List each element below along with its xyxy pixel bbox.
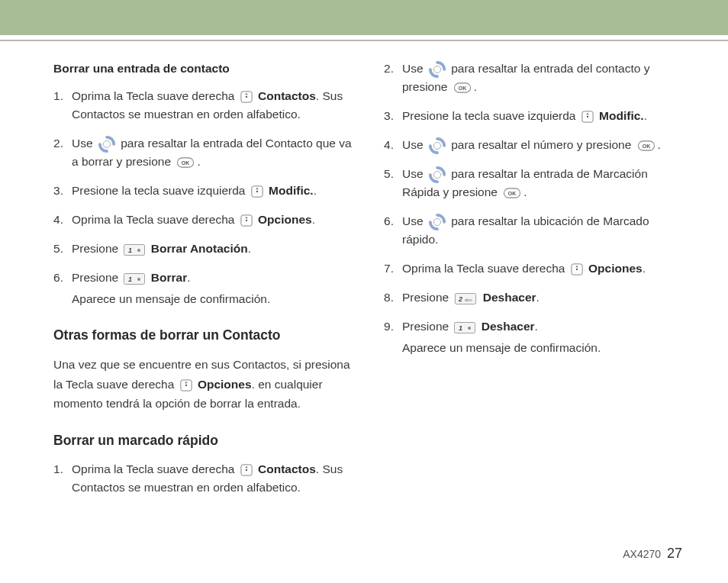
text: Presione la tecla suave izquierda	[402, 109, 579, 122]
text: .	[197, 155, 200, 168]
nav-ring-icon	[429, 214, 446, 230]
label-modific: Modific.	[599, 109, 644, 122]
softkey-right-icon	[240, 464, 253, 476]
svg-point-9	[137, 278, 140, 281]
text: Use	[402, 167, 427, 180]
text: .	[312, 213, 315, 226]
heading-speed-dial: Borrar un marcado rápido	[53, 430, 352, 451]
ok-button-icon	[176, 157, 195, 168]
step-5: Use para resaltar la entrada de Marcació…	[384, 165, 682, 201]
step-3: Presione la tecla suave izquierda Modifi…	[53, 182, 352, 200]
key-2-icon: 2abc	[454, 293, 477, 304]
text: Presione	[402, 291, 452, 304]
step-3: Presione la tecla suave izquierda Modifi…	[384, 107, 682, 125]
column-left: Borrar una entrada de contacto Oprima la…	[53, 60, 352, 507]
softkey-left-icon	[581, 111, 594, 123]
step-5: Presione 1 Borrar Anotación.	[53, 240, 352, 258]
ok-button-icon	[453, 82, 472, 93]
text: .	[248, 242, 251, 255]
text: Use	[402, 214, 427, 227]
header-band	[0, 0, 728, 35]
text: Oprima la Tecla suave derecha	[72, 89, 238, 102]
softkey-right-icon	[240, 91, 253, 103]
text: Oprima la Tecla suave derecha	[72, 462, 238, 475]
text: .	[643, 262, 646, 275]
label-opciones: Opciones	[198, 378, 252, 391]
para-other-ways: Una vez que se encuentre en sus Contacto…	[53, 355, 352, 414]
svg-text:2: 2	[458, 295, 462, 303]
text: .	[658, 138, 661, 151]
model-number: AX4270	[623, 548, 661, 560]
column-right: Use para resaltar la entrada del contact…	[384, 60, 682, 507]
text: .	[536, 291, 540, 304]
step-7: Oprima la Tecla suave derecha Opciones.	[384, 259, 682, 278]
step-6: Use para resaltar la ubicación de Marcad…	[384, 212, 682, 249]
text: Presione la tecla suave izquierda	[72, 184, 249, 197]
confirm-msg: Aparece un mensaje de confirmación.	[72, 290, 352, 308]
key-1-icon: 1	[124, 244, 145, 256]
nav-ring-icon	[98, 136, 115, 153]
softkey-right-icon	[180, 379, 192, 391]
steps-speed-dial-a: Oprima la Tecla suave derecha Contactos.…	[53, 460, 352, 497]
text: Oprima la Tecla suave derecha	[72, 213, 238, 226]
step-2: Use para resaltar la entrada del contact…	[384, 60, 682, 96]
step-6: Presione 1 Borrar. Aparece un mensaje de…	[53, 269, 352, 308]
step-1: Oprima la Tecla suave derecha Contactos.…	[53, 460, 352, 497]
softkey-right-icon	[240, 214, 253, 227]
key-1-icon: 1	[454, 322, 475, 333]
step-8: Presione 2abc Deshacer.	[384, 288, 682, 307]
label-deshacer: Deshacer	[483, 291, 536, 304]
text: Use	[402, 62, 427, 75]
text: Presione	[72, 242, 121, 255]
ok-button-icon	[503, 188, 521, 198]
text: .	[474, 80, 477, 93]
heading-delete-entry: Borrar una entrada de contacto	[53, 60, 352, 78]
text: .	[535, 320, 538, 333]
label-contactos: Contactos	[258, 89, 316, 102]
page-footer: AX4270 27	[623, 546, 682, 562]
svg-text:1: 1	[459, 324, 462, 332]
text: Presione	[402, 320, 452, 333]
svg-point-7	[137, 249, 140, 252]
svg-text:abc: abc	[465, 298, 472, 302]
svg-text:1: 1	[128, 275, 132, 283]
text: Presione	[72, 271, 121, 284]
steps-delete-entry: Oprima la Tecla suave derecha Contactos.…	[53, 87, 352, 308]
steps-speed-dial-b: Use para resaltar la entrada del contact…	[384, 60, 682, 357]
label-borrar-anotacion: Borrar Anotación	[151, 242, 248, 255]
nav-ring-icon	[429, 166, 446, 183]
step-9: Presione 1 Deshacer. Aparece un mensaje …	[384, 317, 682, 357]
label-contactos: Contactos	[258, 462, 316, 475]
page-content: Borrar una entrada de contacto Oprima la…	[0, 41, 728, 507]
text: .	[314, 184, 317, 197]
label-borrar: Borrar	[151, 271, 187, 284]
heading-other-ways: Otras formas de borrar un Contacto	[53, 325, 352, 346]
softkey-right-icon	[571, 263, 583, 275]
label-opciones: Opciones	[258, 213, 312, 226]
text: Use	[72, 137, 96, 150]
label-deshacer: Deshacer	[482, 320, 535, 333]
text: .	[523, 185, 527, 198]
text: Use	[402, 138, 427, 151]
svg-text:1: 1	[128, 246, 132, 254]
nav-ring-icon	[429, 61, 446, 78]
step-4: Use para resaltar el número y presione .	[384, 136, 682, 154]
step-1: Oprima la Tecla suave derecha Contactos.…	[53, 87, 352, 124]
confirm-msg: Aparece un mensaje de confirmación.	[402, 339, 682, 357]
step-4: Oprima la Tecla suave derecha Opciones.	[53, 211, 352, 229]
text: .	[187, 271, 190, 284]
step-2: Use para resaltar la entrada del Contact…	[53, 134, 352, 171]
svg-point-13	[468, 327, 471, 330]
label-modific: Modific.	[269, 184, 314, 197]
label-opciones: Opciones	[588, 262, 643, 275]
text: para resaltar el número y presione	[451, 138, 634, 151]
text: Oprima la Tecla suave derecha	[402, 262, 569, 275]
text: .	[644, 109, 647, 122]
softkey-left-icon	[251, 185, 263, 198]
key-1-icon: 1	[124, 273, 145, 285]
ok-button-icon	[637, 140, 656, 151]
nav-ring-icon	[429, 137, 446, 154]
page-number: 27	[667, 546, 682, 561]
